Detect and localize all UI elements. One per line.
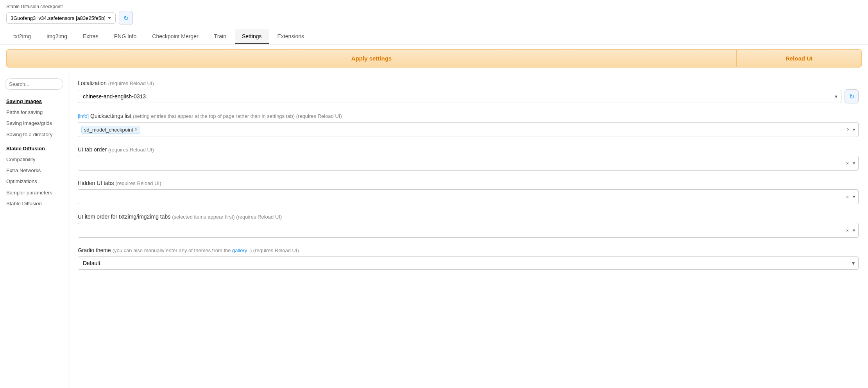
checkpoint-label: Stable Diffusion checkpoint	[6, 4, 862, 9]
nav-tabs: txt2img img2img Extras PNG Info Checkpoi…	[0, 29, 868, 44]
reload-ui-button[interactable]: Reload UI	[737, 49, 862, 68]
localization-label: Localization (requires Reload UI)	[78, 80, 859, 86]
hidden-ui-tabs-clear-icon[interactable]: ×	[846, 194, 849, 200]
tag-label: sd_model_checkpoint	[84, 127, 133, 133]
sidebar-item-saving-to-directory[interactable]: Saving to a directory	[5, 129, 63, 140]
tab-img2img[interactable]: img2img	[39, 29, 74, 44]
sidebar-item-compatibility[interactable]: Compatibility	[5, 154, 63, 165]
hidden-ui-tabs-title: Hidden UI tabs	[78, 180, 114, 186]
sidebar-item-stable-diffusion2[interactable]: Stable Diffusion	[5, 198, 63, 209]
ui-tab-order-input[interactable]: × ▾	[78, 156, 859, 171]
tag-close-button[interactable]: ×	[135, 127, 138, 132]
localization-title: Localization	[78, 80, 107, 86]
refresh-icon: ↻	[123, 14, 129, 22]
sidebar-item-extra-networks[interactable]: Extra Networks	[5, 165, 63, 176]
hidden-ui-tabs-dropdown-icon[interactable]: ▾	[853, 194, 855, 199]
tab-extras[interactable]: Extras	[76, 29, 106, 44]
sidebar-item-stable-diffusion[interactable]: Stable Diffusion	[5, 143, 63, 154]
main-layout: Saving images Paths for saving Saving im…	[0, 72, 868, 388]
ui-tab-order-title: UI tab order	[78, 146, 107, 153]
refresh-icon-localization: ↻	[849, 93, 854, 100]
tab-extensions[interactable]: Extensions	[270, 29, 311, 44]
tab-checkpoint-merger[interactable]: Checkpoint Merger	[145, 29, 205, 44]
localization-refresh-button[interactable]: ↻	[845, 89, 859, 103]
localization-setting: Localization (requires Reload UI) chines…	[78, 80, 859, 103]
hidden-ui-tabs-hint: (requires Reload UI)	[116, 180, 161, 186]
ui-item-order-input[interactable]: × ▾	[78, 223, 859, 238]
ui-tab-order-dropdown-icon[interactable]: ▾	[853, 160, 855, 166]
quicksettings-input[interactable]: sd_model_checkpoint × × ▾	[78, 122, 859, 137]
quicksettings-hint: (setting entries that appear at the top …	[133, 113, 342, 119]
quicksettings-title: Quicksettings list	[90, 113, 133, 119]
quicksettings-setting: [info] Quicksettings list (setting entri…	[78, 113, 859, 137]
sidebar: Saving images Paths for saving Saving im…	[0, 72, 68, 388]
quicksettings-clear-button[interactable]: ×	[847, 127, 850, 132]
sidebar-section: Saving images Paths for saving Saving im…	[5, 96, 63, 209]
hidden-ui-tabs-input[interactable]: × ▾	[78, 189, 859, 204]
gradio-theme-hint2: .) (requires Reload UI)	[249, 247, 299, 253]
ui-item-order-setting: UI item order for txt2img/img2img tabs (…	[78, 214, 859, 238]
sidebar-item-saving-images-grids[interactable]: Saving images/grids	[5, 118, 63, 129]
gradio-theme-setting: Gradio theme (you can also manually ente…	[78, 247, 859, 270]
sidebar-item-paths-for-saving[interactable]: Paths for saving	[5, 107, 63, 118]
localization-hint: (requires Reload UI)	[108, 80, 154, 86]
ui-tab-order-hint: (requires Reload UI)	[108, 147, 154, 153]
tab-settings[interactable]: Settings	[235, 29, 269, 44]
tab-png-info[interactable]: PNG Info	[107, 29, 144, 44]
ui-item-order-dropdown-icon[interactable]: ▾	[853, 228, 855, 233]
ui-item-order-label: UI item order for txt2img/img2img tabs (…	[78, 214, 859, 220]
hidden-ui-tabs-label: Hidden UI tabs (requires Reload UI)	[78, 180, 859, 186]
ui-tab-order-label: UI tab order (requires Reload UI)	[78, 146, 859, 153]
action-bar: Apply settings Reload UI	[0, 44, 868, 72]
quicksettings-info-link[interactable]: [info]	[78, 113, 89, 119]
ui-tab-order-setting: UI tab order (requires Reload UI) × ▾	[78, 146, 859, 171]
gradio-theme-select[interactable]: Default	[78, 256, 859, 270]
quicksettings-dropdown-icon[interactable]: ▾	[853, 127, 855, 132]
top-bar: Stable Diffusion checkpoint 3Guofeng3_v3…	[0, 0, 868, 29]
sidebar-search[interactable]	[5, 78, 63, 90]
tab-train[interactable]: Train	[207, 29, 233, 44]
localization-select[interactable]: chinese-and-english-0313	[78, 90, 841, 103]
hidden-ui-tabs-setting: Hidden UI tabs (requires Reload UI) × ▾	[78, 180, 859, 204]
gradio-theme-select-wrap: Default ▾	[78, 256, 859, 270]
sidebar-item-saving-images[interactable]: Saving images	[5, 96, 63, 107]
sidebar-item-optimizations[interactable]: Optimizations	[5, 176, 63, 187]
ui-item-order-title: UI item order for txt2img/img2img tabs	[78, 214, 170, 220]
checkpoint-select[interactable]: 3Guofeng3_v34.safetensors [a83e25fe5b]	[6, 12, 116, 24]
checkpoint-refresh-button[interactable]: ↻	[119, 11, 133, 25]
ui-tab-order-clear-icon[interactable]: ×	[846, 160, 849, 166]
ui-item-order-hint: (selected items appear first) (requires …	[172, 214, 282, 220]
quicksettings-label: [info] Quicksettings list (setting entri…	[78, 113, 859, 119]
ui-item-order-clear-icon[interactable]: ×	[846, 228, 849, 233]
gradio-theme-label: Gradio theme (you can also manually ente…	[78, 247, 859, 253]
settings-content: Localization (requires Reload UI) chines…	[68, 72, 868, 388]
apply-settings-button[interactable]: Apply settings	[6, 49, 737, 68]
checkpoint-select-wrap: 3Guofeng3_v34.safetensors [a83e25fe5b] ↻	[6, 11, 862, 25]
gradio-theme-hint: (you can also manually enter any of them…	[113, 247, 232, 253]
tab-txt2img[interactable]: txt2img	[6, 29, 38, 44]
gradio-gallery-link[interactable]: gallery	[232, 247, 247, 253]
quicksettings-tag-sd-model: sd_model_checkpoint ×	[81, 126, 140, 134]
gradio-theme-title: Gradio theme	[78, 247, 111, 253]
sidebar-item-sampler-parameters[interactable]: Sampler parameters	[5, 187, 63, 198]
